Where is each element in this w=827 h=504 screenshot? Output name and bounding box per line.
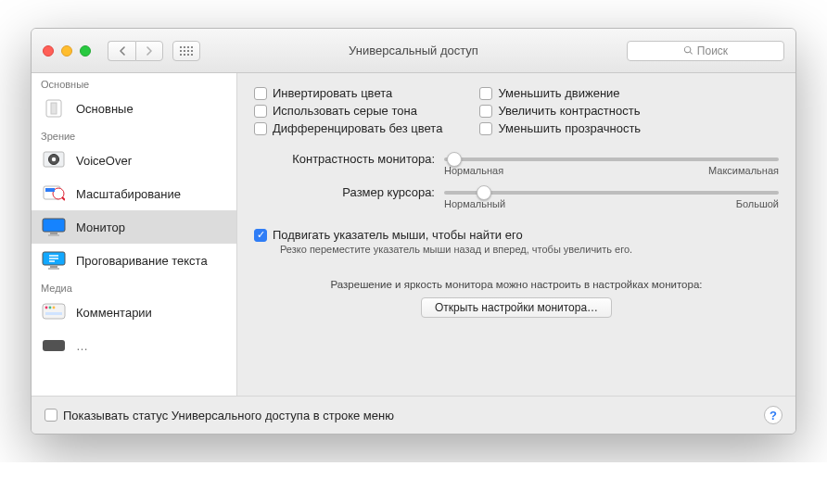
unknown-icon (41, 334, 67, 357)
slider-max-label: Большой (736, 198, 779, 209)
checkbox-label: Уменьшить движение (498, 86, 619, 100)
display-icon (41, 216, 67, 238)
svg-rect-8 (43, 219, 65, 232)
svg-rect-13 (48, 268, 59, 270)
checkbox-show-status-in-menubar[interactable]: Показывать статус Универсального доступа… (45, 409, 394, 422)
sidebar-item-voiceover[interactable]: VoiceOver (32, 144, 236, 177)
sidebar-item-label: … (76, 339, 88, 353)
cursor-slider[interactable] (444, 191, 779, 195)
help-button[interactable]: ? (764, 406, 782, 424)
shake-hint: Резко переместите указатель мыши назад и… (280, 244, 779, 255)
chevron-left-icon (119, 46, 126, 56)
checkbox-label: Показывать статус Универсального доступа… (63, 409, 394, 422)
forward-button[interactable] (135, 41, 163, 61)
sidebar-item-display[interactable]: Монитор (32, 210, 236, 244)
search-icon (683, 45, 693, 56)
slider-max-label: Максимальная (708, 165, 779, 176)
sidebar-item-label: Проговаривание текста (76, 254, 208, 268)
main-pane: Инвертировать цвета Использовать серые т… (237, 73, 795, 396)
sidebar-item-truncated[interactable]: … (32, 329, 236, 362)
sidebar-item-label: Монитор (76, 220, 125, 234)
checkbox-grayscale[interactable]: Использовать серые тона (254, 104, 442, 118)
checkbox-label: Использовать серые тона (273, 104, 417, 118)
checkbox-icon (254, 87, 267, 100)
close-button[interactable] (43, 45, 54, 57)
general-icon (41, 97, 67, 120)
slider-thumb[interactable] (477, 185, 491, 200)
checkbox-label: Увеличить контрастность (498, 104, 640, 118)
search-field[interactable]: Поиск (627, 41, 784, 61)
svg-rect-10 (48, 234, 59, 236)
sidebar-group-label: Основные (32, 73, 236, 92)
sidebar-item-label: Масштабирование (76, 187, 181, 201)
svg-rect-9 (50, 233, 57, 234)
svg-point-18 (53, 307, 56, 309)
sidebar-group-label: Медиа (32, 277, 236, 296)
traffic-lights (32, 45, 91, 57)
svg-rect-12 (50, 266, 57, 268)
preferences-window: Универсальный доступ Поиск Основные Осно… (31, 28, 796, 435)
svg-rect-7 (45, 188, 55, 192)
zoom-icon (41, 183, 67, 205)
svg-point-17 (49, 307, 52, 309)
svg-rect-15 (45, 312, 62, 315)
checkbox-icon (479, 122, 492, 135)
checkbox-label: Подвигать указатель мыши, чтобы найти ег… (273, 228, 523, 242)
checkbox-reduce-transparency[interactable]: Уменьшить прозрачность (479, 121, 641, 135)
sidebar-item-general[interactable]: Основные (32, 92, 236, 125)
slider-thumb[interactable] (447, 152, 462, 167)
svg-rect-1 (51, 103, 57, 114)
sidebar[interactable]: Основные Основные Зрение VoiceOver Масшт… (32, 73, 237, 396)
nav-back-forward (108, 41, 163, 61)
sidebar-group-label: Зрение (32, 125, 236, 144)
speech-icon (41, 249, 67, 271)
contrast-slider-label: Контрастность монитора: (254, 152, 435, 166)
svg-point-4 (52, 158, 56, 161)
footer: Показывать статус Универсального доступа… (32, 396, 795, 434)
show-all-button[interactable] (172, 41, 200, 61)
checkbox-invert-colors[interactable]: Инвертировать цвета (254, 86, 442, 100)
open-display-settings-button[interactable]: Открыть настройки монитора… (421, 297, 612, 318)
checkbox-shake-to-locate[interactable]: Подвигать указатель мыши, чтобы найти ег… (254, 228, 779, 242)
contrast-slider[interactable] (444, 158, 779, 161)
checkbox-icon (479, 105, 492, 118)
chevron-right-icon (146, 46, 153, 56)
minimize-button[interactable] (61, 45, 72, 57)
checkbox-icon (254, 122, 267, 135)
titlebar: Универсальный доступ Поиск (32, 29, 795, 73)
descriptions-icon (41, 301, 67, 323)
svg-rect-19 (43, 340, 65, 351)
checkbox-icon (254, 105, 267, 118)
svg-point-16 (45, 307, 48, 309)
checkbox-icon (45, 409, 57, 422)
checkbox-label: Уменьшить прозрачность (498, 121, 641, 135)
back-button[interactable] (108, 41, 135, 61)
sidebar-item-label: VoiceOver (76, 154, 132, 168)
sidebar-item-zoom[interactable]: Масштабирование (32, 177, 236, 210)
checkbox-label: Дифференцировать без цвета (273, 121, 442, 135)
sidebar-item-speech[interactable]: Проговаривание текста (32, 244, 236, 277)
zoom-button[interactable] (80, 45, 91, 57)
checkbox-label: Инвертировать цвета (273, 86, 392, 100)
checkbox-reduce-motion[interactable]: Уменьшить движение (479, 86, 641, 100)
svg-rect-14 (43, 304, 65, 319)
slider-min-label: Нормальный (444, 198, 505, 209)
grid-icon (180, 46, 193, 56)
search-placeholder: Поиск (697, 44, 728, 57)
sidebar-item-descriptions[interactable]: Комментарии (32, 296, 236, 329)
display-settings-note: Разрешение и яркость монитора можно наст… (254, 279, 779, 290)
checkbox-differentiate-without-color[interactable]: Дифференцировать без цвета (254, 121, 442, 135)
checkbox-icon (254, 229, 267, 242)
sidebar-item-label: Комментарии (76, 306, 152, 320)
voiceover-icon (41, 149, 67, 171)
checkbox-icon (479, 87, 492, 100)
checkbox-increase-contrast[interactable]: Увеличить контрастность (479, 104, 641, 118)
cursor-slider-label: Размер курсора: (254, 185, 435, 199)
sidebar-item-label: Основные (76, 102, 134, 116)
